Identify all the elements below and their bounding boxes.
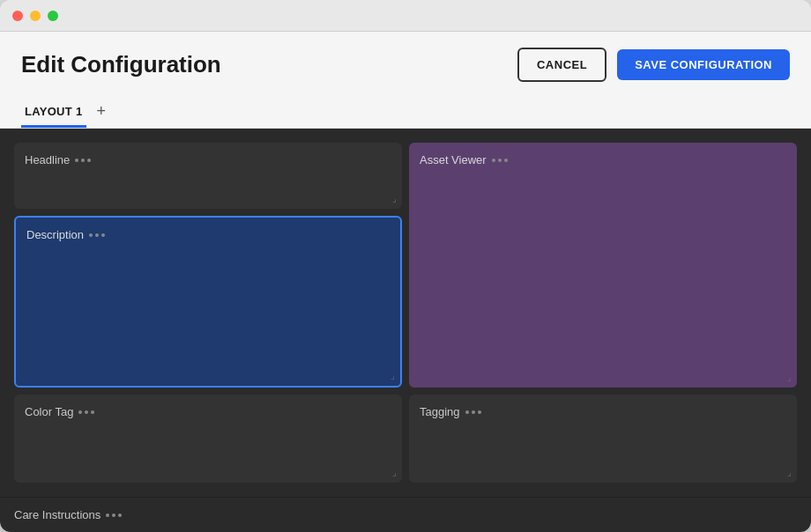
save-configuration-button[interactable]: SAVE CONFIGURATION	[617, 49, 790, 80]
tagging-resize-handle[interactable]: ⌟	[787, 469, 792, 477]
asset-viewer-panel[interactable]: Asset Viewer ⌟	[409, 143, 797, 388]
close-dot[interactable]	[12, 11, 23, 21]
tagging-panel[interactable]: Tagging ⌟	[409, 395, 797, 483]
color-tag-label: Color Tag	[25, 405, 391, 418]
page-title: Edit Configuration	[21, 51, 221, 78]
headline-resize-handle[interactable]: ⌟	[392, 195, 397, 203]
description-panel[interactable]: Description ⌟	[14, 216, 402, 388]
care-instructions-dots[interactable]	[106, 514, 122, 517]
tagging-label: Tagging	[420, 405, 786, 418]
tabs: LAYOUT 1 +	[21, 96, 790, 128]
maximize-dot[interactable]	[48, 11, 58, 21]
cancel-button[interactable]: CANCEL	[517, 48, 606, 82]
asset-viewer-label: Asset Viewer	[420, 153, 786, 166]
minimize-dot[interactable]	[30, 11, 41, 21]
headline-panel[interactable]: Headline ⌟	[14, 143, 402, 209]
header-top: Edit Configuration CANCEL SAVE CONFIGURA…	[21, 48, 790, 82]
tagging-dots[interactable]	[465, 410, 481, 414]
description-label: Description	[26, 228, 390, 241]
color-tag-dots[interactable]	[78, 410, 94, 414]
app-window: Edit Configuration CANCEL SAVE CONFIGURA…	[0, 0, 811, 532]
color-tag-resize-handle[interactable]: ⌟	[392, 469, 397, 477]
description-resize-handle[interactable]: ⌟	[391, 372, 395, 381]
header: Edit Configuration CANCEL SAVE CONFIGURA…	[0, 32, 811, 129]
asset-viewer-resize-handle[interactable]: ⌟	[787, 373, 792, 382]
tab-add-button[interactable]: +	[90, 96, 114, 129]
main-content: Headline ⌟ Asset Viewer ⌟	[0, 129, 811, 497]
header-actions: CANCEL SAVE CONFIGURATION	[517, 48, 790, 82]
care-instructions-label: Care Instructions	[14, 508, 122, 521]
asset-viewer-dots[interactable]	[492, 159, 508, 162]
titlebar	[0, 0, 811, 32]
bottom-bar: Care Instructions	[0, 497, 811, 532]
headline-dots[interactable]	[75, 159, 91, 162]
tab-layout1[interactable]: LAYOUT 1	[21, 98, 86, 128]
headline-label: Headline	[25, 153, 391, 166]
color-tag-panel[interactable]: Color Tag ⌟	[14, 395, 402, 483]
description-dots[interactable]	[89, 233, 105, 237]
